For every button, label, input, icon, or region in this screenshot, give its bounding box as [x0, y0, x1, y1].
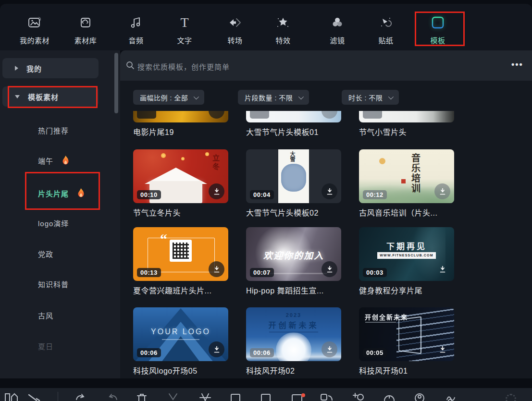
template-thumbnail	[359, 111, 454, 122]
tab-stock-library[interactable]: 素材库	[63, 14, 108, 45]
category-label: 片头片尾	[38, 188, 69, 198]
duration-badge: 00:06	[137, 348, 161, 357]
sidebar-item-ancient[interactable]: 古风	[38, 310, 53, 320]
effects-icon	[276, 14, 290, 31]
audio-wave-icon[interactable]	[446, 393, 458, 401]
tab-label: 我的素材	[20, 35, 49, 45]
duration-badge: 00:04	[250, 190, 274, 199]
category-label: 知识科普	[38, 279, 69, 289]
template-card[interactable]: 下期再见 WWW.FITNESSCLUB.COM 00:03 健身教程分享片尾	[359, 227, 454, 296]
template-row: “ 00:13 夏令营兴趣班片头片... 欢迎你的加入 00:07 Hip-po…	[133, 227, 454, 296]
sidebar-item-logo[interactable]: logo演绎	[38, 218, 69, 228]
mark-icon[interactable]	[168, 393, 178, 401]
template-title: 电影片尾19	[133, 126, 228, 137]
speed-icon[interactable]	[383, 393, 396, 401]
template-thumbnail: 下期再见 WWW.FITNESSCLUB.COM 00:03	[359, 227, 454, 281]
category-label: 党政	[38, 249, 53, 259]
tab-transition[interactable]: 转场	[213, 14, 257, 45]
split-icon[interactable]	[199, 393, 211, 401]
download-icon[interactable]	[322, 261, 337, 277]
subtitle-decor	[162, 339, 199, 340]
sidebar-item-duanwu[interactable]: 端午	[38, 155, 70, 166]
fire-icon	[61, 155, 70, 166]
mirror-icon[interactable]	[320, 393, 334, 401]
tab-text[interactable]: T 文字	[162, 14, 207, 45]
sidebar-group-mine[interactable]: 我的	[2, 58, 99, 78]
search-icon	[126, 61, 135, 70]
template-card[interactable]: 开创全新未来 00:05 科技风开场01	[359, 307, 454, 376]
template-title: Hip-pop 舞蹈招生宣...	[246, 284, 341, 296]
template-card[interactable]: 节气小雪片头	[359, 111, 454, 137]
filter-aspect-ratio[interactable]: 画幅比例 : 全部	[133, 90, 204, 105]
download-icon[interactable]	[322, 341, 337, 357]
tab-label: 转场	[227, 35, 242, 45]
chevron-down-icon	[194, 94, 199, 99]
sidebar-item-party[interactable]: 党政	[38, 249, 53, 259]
sidebar-scrollbar[interactable]	[114, 53, 118, 113]
sidebar-item-intro-outro[interactable]: 片头片尾	[38, 188, 86, 198]
template-card[interactable]: “ 00:13 夏令营兴趣班片头片...	[133, 227, 228, 296]
undo-icon[interactable]	[75, 393, 86, 401]
add-person-icon[interactable]	[351, 393, 365, 401]
tab-audio[interactable]: 音频	[114, 14, 158, 45]
duration-badge: 00:07	[250, 268, 274, 277]
template-card[interactable]: 欢迎你的加入 00:07 Hip-pop 舞蹈招生宣...	[246, 227, 341, 296]
subtitle-decor	[365, 322, 396, 323]
duration-badge	[363, 111, 382, 119]
tab-effects[interactable]: 特效	[261, 14, 305, 45]
subtitle-decor	[269, 331, 318, 333]
template-thumbnail: 开创全新未来 00:05	[359, 307, 454, 361]
template-card[interactable]: YOUR LOGO 00:06 科技风logo开场05	[133, 307, 228, 376]
duration-badge	[137, 111, 156, 119]
filters-icon	[331, 14, 344, 31]
duration-badge: 00:12	[363, 190, 387, 199]
template-row: YOUR LOGO 00:06 科技风logo开场05 2023 开创新未来 0…	[133, 307, 454, 376]
tab-my-media[interactable]: 我的素材	[12, 14, 57, 45]
template-card[interactable]: 大雪节气片头模板01	[246, 111, 341, 137]
sidebar-item-summer[interactable]: 夏日	[38, 341, 53, 351]
download-icon[interactable]	[209, 183, 224, 199]
more-options-button[interactable]: •••	[511, 60, 523, 70]
template-card[interactable]: 立冬 00:10 节气立冬片头	[133, 149, 228, 218]
template-thumbnail: 立冬 00:10	[133, 149, 228, 203]
download-icon[interactable]	[434, 183, 450, 199]
template-grid: 电影片尾19 大雪节气片头模板01 节气小雪片头	[120, 111, 532, 378]
template-title: 科技风开场02	[246, 365, 341, 376]
duration-badge	[250, 111, 269, 119]
my-media-icon	[27, 14, 42, 31]
tab-label: 文字	[177, 35, 192, 45]
chevron-down-icon	[388, 94, 394, 99]
download-icon[interactable]	[434, 261, 450, 277]
download-icon[interactable]	[209, 111, 224, 119]
record-icon[interactable]	[5, 393, 18, 401]
select-tool-icon[interactable]	[28, 393, 40, 401]
filter-clip-count[interactable]: 片段数量 : 不限	[238, 90, 309, 105]
template-card[interactable]: 大雪 00:04 大雪节气片头模板02	[246, 149, 341, 218]
duration-badge: 00:13	[137, 268, 161, 277]
download-icon[interactable]	[322, 111, 337, 119]
chroma-icon[interactable]	[414, 393, 425, 401]
download-icon[interactable]	[209, 261, 224, 277]
template-card[interactable]: 音乐培训 00:12 古风音乐培训（片头...	[359, 149, 454, 218]
toolbar-divider	[58, 392, 58, 401]
thumbnail-art-text: YOUR LOGO	[133, 328, 228, 336]
template-thumbnail: 2023 开创新未来 00:06	[246, 307, 341, 361]
tab-stickers[interactable]: 贴纸	[364, 14, 408, 45]
template-card[interactable]: 电影片尾19	[133, 111, 228, 137]
template-card[interactable]: 2023 开创新未来 00:06 科技风开场02	[246, 307, 341, 376]
crop-icon[interactable]	[230, 393, 241, 401]
download-icon[interactable]	[434, 341, 450, 357]
notification-dot	[301, 393, 305, 397]
snapshot-icon[interactable]	[260, 393, 272, 401]
sidebar-item-hot[interactable]: 热门推荐	[38, 125, 69, 135]
download-icon[interactable]	[322, 183, 337, 199]
sidebar-group-template-assets[interactable]: 模板素材	[2, 86, 99, 107]
tab-templates[interactable]: 模板	[416, 14, 460, 45]
delete-icon[interactable]	[136, 393, 147, 401]
tab-filters[interactable]: 滤镜	[315, 14, 359, 45]
filter-duration[interactable]: 时长 : 不限	[342, 90, 399, 105]
download-icon[interactable]	[209, 341, 224, 357]
redo-icon[interactable]	[108, 393, 118, 401]
sidebar-item-science[interactable]: 知识科普	[38, 279, 69, 289]
category-label: 热门推荐	[38, 125, 69, 135]
